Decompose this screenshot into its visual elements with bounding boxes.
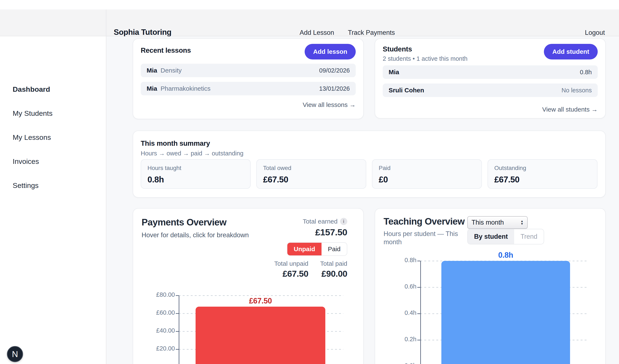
students-card: Students 2 students • 1 active this mont… <box>375 38 606 119</box>
y-axis-label: 0.0h <box>375 362 416 364</box>
sidebar-item-invoices[interactable]: Invoices <box>13 157 39 166</box>
payments-overview-card: Payments Overview Hover for details, cli… <box>133 208 364 364</box>
bar-value-label: £67.50 <box>196 296 325 305</box>
axis-tick <box>417 287 420 288</box>
add-student-button[interactable]: Add student <box>544 44 598 59</box>
lesson-student: Mia <box>147 67 157 74</box>
stat-label: Hours taught <box>147 165 244 171</box>
stat-value: 0.8h <box>147 175 244 184</box>
axis-tick <box>417 340 420 340</box>
y-axis-label: £60.00 <box>133 309 175 316</box>
y-axis-label: 0.8h <box>375 257 416 264</box>
teaching-bar-chart[interactable]: 0.8h0.6h0.4h0.2h0.0h0.8h <box>375 209 605 364</box>
logout-button[interactable]: Logout <box>585 29 605 37</box>
y-axis-label: 0.2h <box>375 336 416 343</box>
stat-value: £0 <box>379 175 475 184</box>
payments-bar-chart[interactable]: £80.00£60.00£40.00£20.00£0.00£67.50 <box>133 209 363 364</box>
dev-tools-badge[interactable]: N <box>7 346 23 362</box>
sidebar-item-settings[interactable]: Settings <box>13 181 39 190</box>
add-lesson-button[interactable]: Add lesson <box>305 44 356 59</box>
view-all-lessons-link[interactable]: View all lessons → <box>303 101 356 108</box>
top-bar: Sophia Tutoring Add Lesson Track Payment… <box>0 10 619 36</box>
y-axis-label: 0.4h <box>375 309 416 316</box>
summary-title: This month summary <box>141 140 210 147</box>
sidebar: Dashboard My Students My Lessons Invoice… <box>0 36 106 364</box>
stat-value: £67.50 <box>494 175 591 184</box>
stat-label: Outstanding <box>494 165 591 171</box>
bar-value-label: 0.8h <box>441 251 570 259</box>
y-axis-label: £40.00 <box>133 327 175 334</box>
chart-bar <box>196 307 325 364</box>
lesson-date: 13/01/2026 <box>319 85 350 92</box>
recent-lessons-card: Recent lessons Add lesson Mia Density 09… <box>133 38 364 119</box>
summary-subtitle: Hours → owed → paid → outstanding <box>141 150 243 157</box>
lesson-row: Mia Pharmakokinetics 13/01/2026 <box>141 82 356 95</box>
recent-lessons-title: Recent lessons <box>141 46 191 55</box>
month-summary-card: This month summary Hours → owed → paid →… <box>133 130 606 198</box>
y-axis-label: £20.00 <box>133 345 175 352</box>
y-axis-line <box>179 295 179 364</box>
student-row: Sruli Cohen No lessons <box>383 84 598 97</box>
students-subtitle: 2 students • 1 active this month <box>383 55 467 62</box>
dev-badge-letter: N <box>12 350 18 359</box>
sidebar-item-my-lessons[interactable]: My Lessons <box>13 133 51 141</box>
axis-tick <box>417 313 420 314</box>
teaching-overview-card: Teaching Overview Hours per student — Th… <box>375 208 606 364</box>
sidebar-item-dashboard[interactable]: Dashboard <box>13 85 50 93</box>
student-hours: No lessons <box>562 87 592 94</box>
axis-tick <box>176 349 179 350</box>
lesson-row: Mia Density 09/02/2026 <box>141 64 356 77</box>
stat-outstanding: Outstanding £67.50 <box>488 159 597 189</box>
y-axis-label: £80.00 <box>133 291 175 298</box>
app-root: Sophia Tutoring Add Lesson Track Payment… <box>0 0 619 364</box>
lesson-student: Mia <box>147 85 157 92</box>
student-hours: 0.8h <box>580 69 592 76</box>
lesson-subject: Pharmakokinetics <box>161 85 211 92</box>
lesson-date: 09/02/2026 <box>319 67 350 74</box>
stat-label: Paid <box>379 165 475 171</box>
nav-add-lesson[interactable]: Add Lesson <box>300 29 334 37</box>
axis-tick <box>417 261 420 261</box>
nav-track-payments[interactable]: Track Payments <box>348 29 395 37</box>
student-row: Mia 0.8h <box>383 65 598 79</box>
axis-tick <box>176 313 179 314</box>
y-axis-line <box>420 261 421 364</box>
axis-tick <box>176 295 179 296</box>
stat-value: £67.50 <box>263 175 360 184</box>
chart-bar <box>441 261 570 364</box>
stat-label: Total owed <box>263 165 360 171</box>
gridline <box>179 295 343 296</box>
brand-title: Sophia Tutoring <box>114 28 171 37</box>
axis-tick <box>176 331 179 332</box>
y-axis-label: £0.00 <box>133 363 175 364</box>
y-axis-label: 0.6h <box>375 283 416 290</box>
stat-paid: Paid £0 <box>372 159 482 189</box>
stat-hours-taught: Hours taught 0.8h <box>141 159 251 189</box>
sidebar-divider <box>106 10 106 36</box>
students-title: Students <box>383 45 412 53</box>
stat-total-owed: Total owed £67.50 <box>256 159 366 189</box>
view-all-students-link[interactable]: View all students → <box>542 106 598 113</box>
lesson-subject: Density <box>161 67 182 74</box>
student-name: Sruli Cohen <box>389 87 424 94</box>
student-name: Mia <box>389 69 399 76</box>
sidebar-item-my-students[interactable]: My Students <box>13 109 53 117</box>
